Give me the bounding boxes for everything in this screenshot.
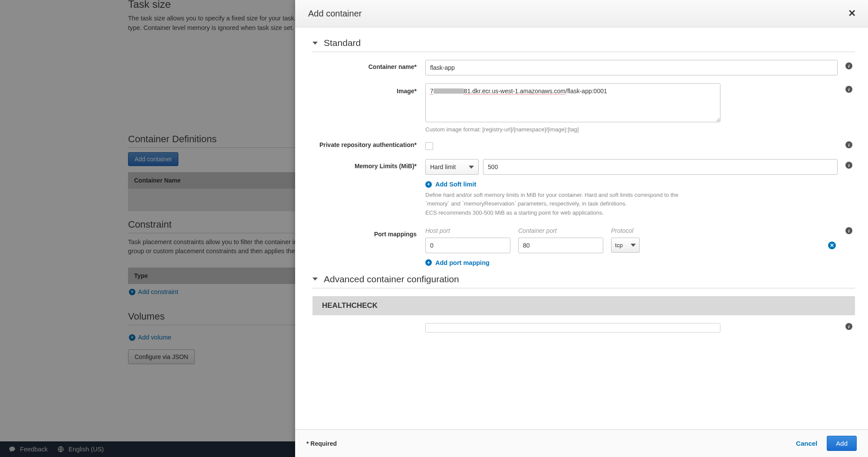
memory-limits-label: Memory Limits (MiB)* bbox=[312, 159, 425, 170]
image-format-hint: Custom image format: [registry-url]/[nam… bbox=[425, 126, 838, 134]
modal-header: Add container ✕ bbox=[295, 0, 868, 27]
info-icon[interactable]: i bbox=[845, 86, 852, 93]
modal-footer: * Required Cancel Add bbox=[295, 429, 868, 457]
caret-down-icon bbox=[312, 277, 318, 281]
protocol-select[interactable]: tcp bbox=[611, 238, 640, 253]
cancel-button[interactable]: Cancel bbox=[796, 440, 817, 447]
add-container-modal: Add container ✕ Standard Container name*… bbox=[295, 0, 868, 457]
image-input[interactable]: 781.dkr.ecr.us-west-1.amazonaws.com/flas… bbox=[425, 83, 720, 122]
memory-limit-value-input[interactable] bbox=[483, 159, 838, 175]
port-mappings-label: Port mappings bbox=[312, 227, 425, 238]
remove-port-mapping-icon[interactable]: ✕ bbox=[828, 242, 836, 249]
plus-icon: + bbox=[425, 181, 432, 188]
container-name-label: Container name* bbox=[312, 60, 425, 70]
memory-limit-type-select[interactable]: Hard limit bbox=[425, 159, 479, 175]
info-icon[interactable]: i bbox=[845, 323, 852, 330]
private-repo-auth-label: Private repository authentication* bbox=[312, 141, 425, 148]
caret-down-icon bbox=[631, 244, 636, 247]
info-icon[interactable]: i bbox=[845, 62, 852, 69]
standard-section-header[interactable]: Standard bbox=[312, 38, 855, 52]
redacted-account-id bbox=[434, 88, 464, 94]
required-note: * Required bbox=[306, 440, 337, 447]
port-mapping-headers: Host port Container port Protocol bbox=[425, 227, 838, 234]
add-button[interactable]: Add bbox=[827, 436, 857, 451]
memory-hint-3: ECS recommends 300-500 MiB as a starting… bbox=[425, 209, 838, 217]
memory-hint-1: Define hard and/or soft memory limits in… bbox=[425, 191, 838, 199]
close-icon[interactable]: ✕ bbox=[848, 8, 856, 19]
info-icon[interactable]: i bbox=[845, 162, 852, 169]
port-mapping-row: tcp ✕ bbox=[425, 238, 838, 253]
advanced-section-header[interactable]: Advanced container configuration bbox=[312, 274, 855, 288]
caret-down-icon bbox=[469, 166, 474, 169]
add-port-mapping-link[interactable]: + Add port mapping bbox=[425, 259, 490, 266]
caret-down-icon bbox=[312, 42, 318, 45]
container-port-input[interactable] bbox=[518, 238, 603, 253]
add-soft-limit-link[interactable]: + Add Soft limit bbox=[425, 181, 476, 188]
modal-body: Standard Container name* i Image* 781.dk… bbox=[295, 27, 868, 429]
memory-hint-2: `memory` and `memoryReservation` paramet… bbox=[425, 200, 838, 208]
host-port-input[interactable] bbox=[425, 238, 510, 253]
image-label: Image* bbox=[312, 83, 425, 95]
modal-title: Add container bbox=[308, 9, 362, 19]
plus-icon: + bbox=[425, 259, 432, 266]
healthcheck-command-input[interactable] bbox=[425, 323, 720, 333]
healthcheck-subheader: HEALTHCHECK bbox=[312, 296, 855, 315]
info-icon[interactable]: i bbox=[845, 141, 852, 148]
container-name-input[interactable] bbox=[425, 60, 838, 75]
info-icon[interactable]: i bbox=[845, 227, 852, 234]
private-repo-auth-checkbox[interactable] bbox=[425, 142, 433, 150]
